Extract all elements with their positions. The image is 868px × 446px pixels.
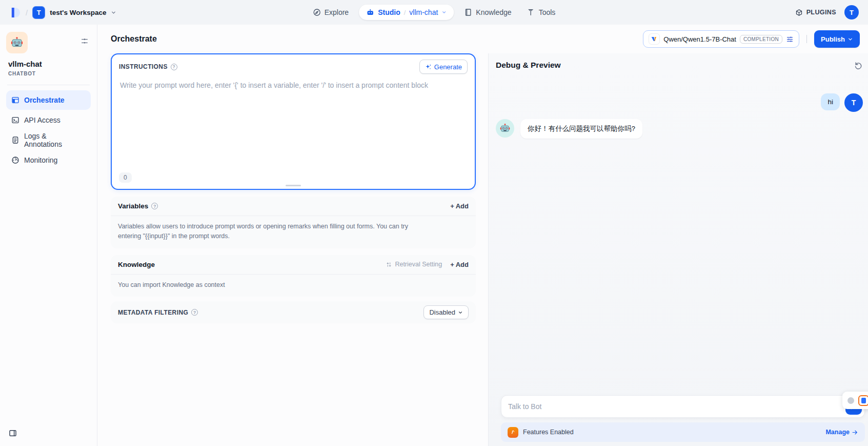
plus-icon: + bbox=[450, 202, 454, 210]
resize-handle[interactable] bbox=[286, 185, 301, 186]
workspace-avatar[interactable]: T bbox=[32, 6, 45, 19]
sidebar-item-label: Monitoring bbox=[24, 156, 57, 164]
book-icon bbox=[464, 8, 472, 16]
char-count-badge: 0 bbox=[119, 172, 132, 183]
instructions-panel[interactable]: INSTRUCTIONS Generate Write your prompt … bbox=[111, 53, 476, 190]
collapse-sidebar-icon[interactable] bbox=[8, 429, 17, 440]
nav-knowledge[interactable]: Knowledge bbox=[459, 4, 516, 21]
plugins-button[interactable]: PLUGINS bbox=[795, 9, 836, 16]
metadata-filtering-panel: METADATA FILTERING Disabled bbox=[111, 301, 476, 323]
topbar-right: PLUGINS T bbox=[795, 5, 859, 20]
chat-input-wrap bbox=[501, 395, 865, 418]
variables-header: Variables + Add bbox=[111, 197, 476, 216]
robot-icon bbox=[366, 8, 374, 16]
sliders-icon bbox=[386, 261, 392, 268]
debug-preview-panel: Debug & Preview hi T bbox=[488, 53, 868, 446]
main-nav: Explore Studio / vllm-chat Knowledge Too… bbox=[308, 0, 561, 25]
model-config-icon[interactable] bbox=[786, 35, 794, 43]
nav-studio-label: Studio bbox=[378, 8, 400, 16]
nav-tools[interactable]: Tools bbox=[522, 4, 561, 21]
dify-logo[interactable] bbox=[9, 7, 21, 18]
manage-label: Manage bbox=[825, 429, 850, 436]
instructions-title-row: INSTRUCTIONS bbox=[119, 63, 177, 70]
app-type-label: CHATBOT bbox=[6, 71, 91, 76]
chat-footer: Features Enabled Manage bbox=[489, 395, 868, 446]
nav-studio-current[interactable]: Studio / vllm-chat bbox=[359, 5, 454, 20]
publish-label: Publish bbox=[821, 35, 845, 43]
app-frame: vllm-chat CHATBOT Orchestrate API Access… bbox=[0, 25, 868, 446]
nav-explore[interactable]: Explore bbox=[308, 4, 354, 21]
page-header: Orchestrate Qwen/Qwen1.5-7B-Chat COMPLET… bbox=[97, 25, 868, 53]
model-selector[interactable]: Qwen/Qwen1.5-7B-Chat COMPLETION bbox=[643, 30, 799, 48]
help-icon[interactable] bbox=[171, 64, 177, 70]
metadata-row: METADATA FILTERING Disabled bbox=[111, 301, 476, 323]
restart-conversation-icon[interactable] bbox=[854, 61, 863, 70]
user-chat-avatar: T bbox=[844, 93, 863, 112]
topbar-left: / T test's Workspace bbox=[9, 6, 116, 19]
chat-message-bot: 你好！有什么问题我可以帮助你吗? bbox=[496, 119, 864, 139]
workspace-name[interactable]: test's Workspace bbox=[50, 9, 106, 16]
package-icon bbox=[795, 9, 803, 16]
nav-current-app: vllm-chat bbox=[409, 8, 438, 16]
add-knowledge-button[interactable]: + Add bbox=[450, 261, 469, 268]
bot-message-bubble: 你好！有什么问题我可以帮助你吗? bbox=[520, 119, 642, 139]
breadcrumb-separator: / bbox=[26, 8, 28, 17]
add-variable-button[interactable]: + Add bbox=[450, 202, 469, 210]
terminal-icon bbox=[11, 116, 19, 124]
chevron-down-icon[interactable] bbox=[441, 10, 447, 15]
model-mode-badge: COMPLETION bbox=[740, 35, 782, 44]
app-name: vllm-chat bbox=[6, 60, 91, 68]
floating-extension-widget[interactable] bbox=[842, 392, 868, 409]
app-settings-icon[interactable] bbox=[80, 37, 89, 47]
help-icon[interactable] bbox=[191, 309, 198, 316]
sidebar-item-orchestrate[interactable]: Orchestrate bbox=[6, 90, 91, 110]
add-label: Add bbox=[456, 261, 469, 268]
orchestrate-icon bbox=[11, 96, 19, 104]
metadata-filtering-dropdown[interactable]: Disabled bbox=[423, 305, 469, 319]
sidebar-item-label: Orchestrate bbox=[24, 96, 65, 104]
variables-panel: Variables + Add Variables allow users to… bbox=[111, 197, 476, 248]
sidebar-item-label: API Access bbox=[24, 116, 60, 124]
publish-button[interactable]: Publish bbox=[814, 30, 860, 48]
gauge-icon bbox=[11, 156, 19, 164]
nav-tools-label: Tools bbox=[539, 8, 556, 16]
variables-description: Variables allow users to introduce promp… bbox=[111, 216, 439, 248]
debug-header: Debug & Preview bbox=[489, 53, 868, 74]
chevron-down-icon[interactable] bbox=[111, 10, 116, 15]
model-name: Qwen/Qwen1.5-7B-Chat bbox=[663, 35, 736, 43]
page-title: Orchestrate bbox=[111, 34, 157, 44]
knowledge-title: Knowledge bbox=[118, 261, 155, 268]
chat-message-user: hi T bbox=[496, 93, 864, 112]
chat-message-list: hi T 你好！有什么问题我可以帮助你吗? bbox=[489, 74, 868, 395]
widget-dot-icon bbox=[847, 397, 854, 404]
prompt-editor[interactable]: Write your prompt word here, enter '{' t… bbox=[112, 77, 475, 93]
retrieval-setting-button[interactable]: Retrieval Setting bbox=[386, 261, 442, 268]
sidebar-item-logs-annotations[interactable]: Logs & Annotations bbox=[6, 130, 91, 150]
sidebar-item-api-access[interactable]: API Access bbox=[6, 110, 91, 130]
plus-icon: + bbox=[450, 261, 454, 268]
metadata-title: METADATA FILTERING bbox=[118, 309, 188, 316]
document-icon bbox=[11, 136, 19, 144]
instructions-title: INSTRUCTIONS bbox=[119, 63, 168, 70]
header-divider bbox=[806, 35, 807, 43]
features-label: Features Enabled bbox=[523, 429, 574, 436]
app-icon[interactable] bbox=[6, 32, 28, 53]
sidebar-divider bbox=[7, 85, 90, 85]
app-sidebar: vllm-chat CHATBOT Orchestrate API Access… bbox=[0, 25, 97, 446]
manage-features-link[interactable]: Manage bbox=[825, 429, 858, 436]
arrow-right-icon bbox=[852, 429, 858, 436]
chat-input[interactable] bbox=[501, 395, 865, 418]
user-avatar[interactable]: T bbox=[844, 5, 859, 20]
sidebar-item-monitoring[interactable]: Monitoring bbox=[6, 150, 91, 170]
instructions-header: INSTRUCTIONS Generate bbox=[112, 54, 475, 77]
variables-title: Variables bbox=[118, 202, 148, 210]
widget-logo-icon bbox=[858, 395, 868, 406]
help-icon[interactable] bbox=[151, 203, 158, 209]
workspace-area: Orchestrate Qwen/Qwen1.5-7B-Chat COMPLET… bbox=[97, 25, 868, 446]
knowledge-actions: Retrieval Setting + Add bbox=[386, 261, 469, 268]
retrieval-setting-label: Retrieval Setting bbox=[395, 261, 442, 268]
features-bar: Features Enabled Manage bbox=[501, 422, 865, 442]
generate-button[interactable]: Generate bbox=[419, 60, 468, 74]
explore-icon bbox=[313, 8, 321, 16]
nav-knowledge-label: Knowledge bbox=[476, 8, 511, 16]
